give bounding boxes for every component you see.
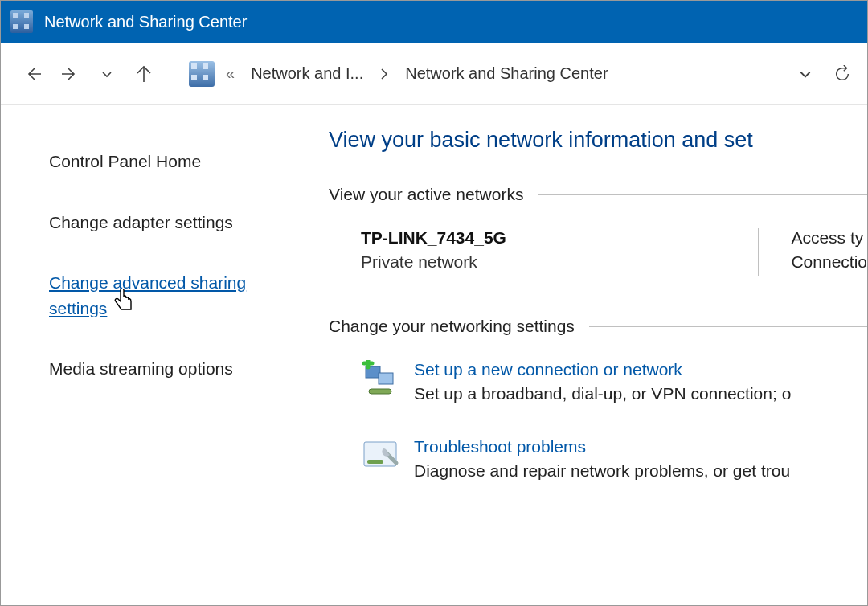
setup-connection-desc: Set up a broadband, dial-up, or VPN conn… — [414, 384, 791, 403]
page-title: View your basic network information and … — [329, 128, 867, 153]
breadcrumb-network-icon — [189, 61, 215, 87]
breadcrumb-prefix: « — [226, 64, 235, 83]
setup-connection-link[interactable]: Set up a new connection or network — [414, 360, 791, 379]
title-bar: Network and Sharing Center — [1, 1, 867, 43]
breadcrumb-current[interactable]: Network and Sharing Center — [405, 64, 608, 83]
active-networks-header: View your active networks — [329, 185, 867, 204]
control-panel-home-link[interactable]: Control Panel Home — [49, 149, 305, 174]
recent-dropdown[interactable] — [91, 58, 123, 90]
content-area: Control Panel Home Change adapter settin… — [1, 105, 867, 605]
forward-button[interactable] — [54, 58, 86, 90]
nav-bar: « Network and I... Network and Sharing C… — [1, 43, 867, 105]
troubleshoot-link[interactable]: Troubleshoot problems — [414, 437, 790, 457]
change-advanced-sharing-link[interactable]: Change advanced sharing settings — [49, 270, 305, 321]
window-title: Network and Sharing Center — [44, 13, 247, 31]
breadcrumb[interactable]: « Network and I... Network and Sharing C… — [226, 64, 608, 83]
active-networks-label: View your active networks — [329, 185, 523, 204]
network-name: TP-LINK_7434_5G — [361, 228, 758, 248]
back-button[interactable] — [17, 58, 49, 90]
divider — [538, 194, 867, 195]
troubleshoot-icon — [361, 437, 399, 476]
refresh-button[interactable] — [833, 65, 851, 83]
troubleshoot-desc: Diagnose and repair network problems, or… — [414, 461, 790, 481]
svg-rect-2 — [369, 389, 391, 394]
change-adapter-link[interactable]: Change adapter settings — [49, 210, 305, 235]
main-panel: View your basic network information and … — [329, 105, 867, 605]
network-type: Private network — [361, 252, 758, 272]
chevron-right-icon — [379, 68, 389, 80]
setup-connection-icon — [361, 360, 399, 399]
network-center-icon — [10, 10, 33, 33]
active-network-block: TP-LINK_7434_5G Private network Access t… — [329, 228, 867, 276]
up-button[interactable] — [128, 58, 160, 90]
connection-label: Connectio — [791, 252, 867, 272]
svg-rect-4 — [367, 460, 383, 464]
sidebar: Control Panel Home Change adapter settin… — [1, 105, 329, 605]
setup-connection-item: Set up a new connection or network Set u… — [329, 360, 867, 403]
media-streaming-link[interactable]: Media streaming options — [49, 356, 305, 382]
access-type-label: Access ty — [791, 228, 867, 248]
networking-settings-label: Change your networking settings — [329, 317, 575, 336]
address-dropdown[interactable] — [798, 67, 813, 81]
svg-rect-1 — [379, 373, 393, 384]
divider — [589, 326, 867, 327]
breadcrumb-parent[interactable]: Network and I... — [251, 64, 363, 83]
networking-settings-header: Change your networking settings — [329, 317, 867, 336]
troubleshoot-item: Troubleshoot problems Diagnose and repai… — [329, 437, 867, 481]
